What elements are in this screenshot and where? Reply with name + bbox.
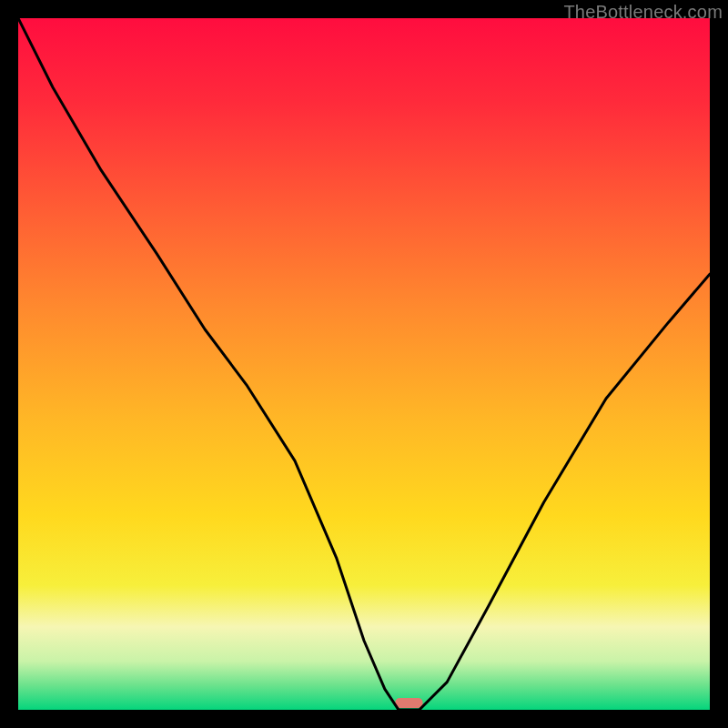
chart-frame [18,18,710,710]
chart-svg [18,18,710,710]
optimal-marker [395,698,422,708]
gradient-background [18,18,710,710]
watermark-text: TheBottleneck.com [563,2,723,23]
